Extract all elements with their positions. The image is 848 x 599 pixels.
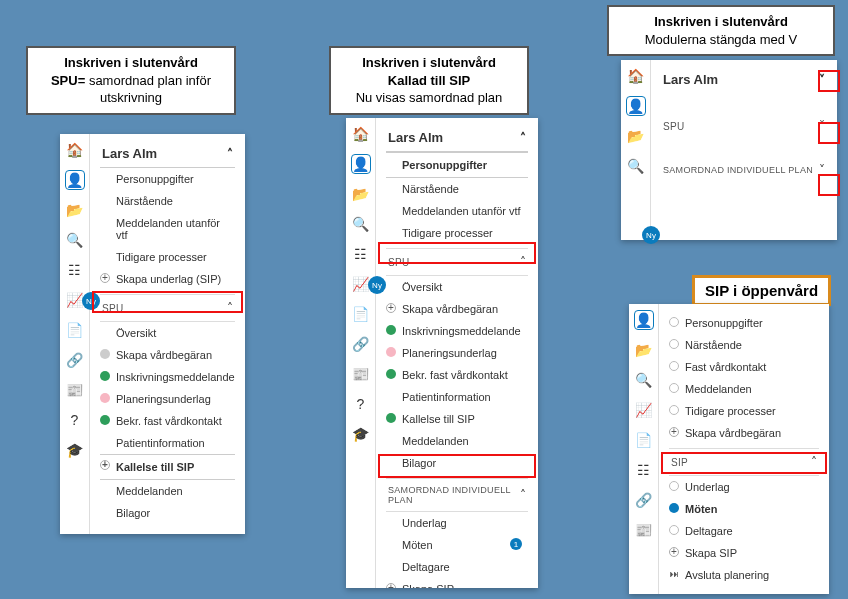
nav-meddelanden-vtf[interactable]: Meddelanden utanför vtf — [386, 200, 528, 222]
spu-inskrivning[interactable]: Inskrivningsmeddelande — [100, 366, 235, 388]
doc-icon[interactable]: 📄 — [65, 320, 85, 340]
iconbar-3: 🏠 👤 📂 🔍 — [621, 60, 651, 240]
patient-title[interactable]: Lars Alm˄ — [386, 126, 528, 152]
sip-moten[interactable]: Möten — [669, 498, 819, 520]
link-icon[interactable]: 🔗 — [65, 350, 85, 370]
spu-kallelse[interactable]: Kallelse till SIP — [386, 408, 528, 430]
nav-personuppgifter[interactable]: Personuppgifter — [669, 312, 819, 334]
plus-icon — [386, 583, 396, 588]
news-icon[interactable]: 📰 — [351, 364, 371, 384]
skip-icon — [669, 569, 679, 579]
sip-header[interactable]: SIP˄ — [669, 448, 819, 476]
grad-icon[interactable]: 🎓 — [351, 424, 371, 444]
spu-patientinfo[interactable]: Patientinformation — [386, 386, 528, 408]
nav-narstaende[interactable]: Närstående — [386, 178, 528, 200]
spu-header[interactable]: SPU˄ — [100, 294, 235, 322]
search-icon[interactable]: 🔍 — [626, 156, 646, 176]
search-icon[interactable]: 🔍 — [65, 230, 85, 250]
sip-deltagare[interactable]: Deltagare — [669, 520, 819, 542]
nav-narstaende[interactable]: Närstående — [100, 190, 235, 212]
spu-planeringsunderlag[interactable]: Planeringsunderlag — [386, 342, 528, 364]
person-icon[interactable]: 👤 — [634, 310, 654, 330]
spu-bekr[interactable]: Bekr. fast vårdkontakt — [100, 410, 235, 432]
grad-icon[interactable]: 🎓 — [65, 440, 85, 460]
iconbar-4: 👤 📂 🔍 📈 📄 ☷ 🔗 📰 — [629, 304, 659, 594]
doc-icon[interactable]: 📄 — [351, 304, 371, 324]
spu-bilagor[interactable]: Bilagor — [100, 502, 235, 524]
spu-patientinfo[interactable]: Patientinformation — [100, 432, 235, 454]
chevron-down-icon: ˅ — [819, 163, 825, 177]
sip-skapa[interactable]: Skapa SIP — [669, 542, 819, 564]
label1-line1: Inskriven i slutenvård — [64, 55, 198, 70]
spu-vardbegaran[interactable]: Skapa vårdbegäran — [386, 298, 528, 320]
status-icon — [669, 361, 679, 371]
chart-icon[interactable]: 📈 — [634, 400, 654, 420]
status-icon — [669, 339, 679, 349]
nav-skapa-vardbegaran[interactable]: Skapa vårdbegäran — [669, 422, 819, 444]
sip-header[interactable]: SAMORDNAD INDIVIDUELL PLAN˄ — [386, 478, 528, 512]
spu-bilagor[interactable]: Bilagor — [386, 452, 528, 474]
home-icon[interactable]: 🏠 — [65, 140, 85, 160]
inbox-icon[interactable]: 📂 — [351, 184, 371, 204]
table-icon[interactable]: ☷ — [634, 460, 654, 480]
search-icon[interactable]: 🔍 — [634, 370, 654, 390]
sip-moten[interactable]: Möten1 — [386, 534, 528, 556]
spu-planeringsunderlag[interactable]: Planeringsunderlag — [100, 388, 235, 410]
spu-header[interactable]: SPU˅ — [661, 113, 827, 139]
person-icon[interactable]: 👤 — [626, 96, 646, 116]
inbox-icon[interactable]: 📂 — [65, 200, 85, 220]
home-icon[interactable]: 🏠 — [351, 124, 371, 144]
patient-title[interactable]: Lars Alm˅ — [661, 68, 827, 101]
sip-underlag[interactable]: Underlag — [386, 512, 528, 534]
table-icon[interactable]: ☷ — [351, 244, 371, 264]
label1-line2: SPU= samordnad plan inför utskrivning — [51, 73, 211, 106]
spu-oversikt[interactable]: Översikt — [100, 322, 235, 344]
sip-underlag[interactable]: Underlag — [669, 476, 819, 498]
person-icon[interactable]: 👤 — [65, 170, 85, 190]
spu-bekr[interactable]: Bekr. fast vårdkontakt — [386, 364, 528, 386]
inbox-icon[interactable]: 📂 — [634, 340, 654, 360]
label2-line3: Nu visas samordnad plan — [356, 90, 503, 105]
table-icon[interactable]: ☷ — [65, 260, 85, 280]
doc-icon[interactable]: 📄 — [634, 430, 654, 450]
spu-kallelse[interactable]: Kallelse till SIP — [100, 454, 235, 480]
chevron-up-icon: ˄ — [520, 255, 526, 269]
status-icon — [669, 405, 679, 415]
label-sip-oppenvard: SIP i öppenvård — [692, 275, 831, 306]
spu-inskrivning[interactable]: Inskrivningsmeddelande — [386, 320, 528, 342]
inbox-icon[interactable]: 📂 — [626, 126, 646, 146]
sip-avsluta[interactable]: Avsluta planering — [669, 564, 819, 586]
nav-tidigare[interactable]: Tidigare processer — [386, 222, 528, 244]
link-icon[interactable]: 🔗 — [351, 334, 371, 354]
help-icon[interactable]: ? — [65, 410, 85, 430]
home-icon[interactable]: 🏠 — [626, 66, 646, 86]
sip-skapa[interactable]: Skapa SIP — [386, 578, 528, 588]
status-icon — [386, 413, 396, 423]
spu-vardbegaran[interactable]: Skapa vårdbegäran — [100, 344, 235, 366]
patient-title[interactable]: Lars Alm˄ — [100, 142, 235, 168]
person-icon[interactable]: 👤 — [351, 154, 371, 174]
spu-header[interactable]: SPU˄ — [386, 248, 528, 276]
nav-skapa-underlag[interactable]: Skapa underlag (SIP) — [100, 268, 235, 290]
nav-personuppgifter[interactable]: Personuppgifter — [100, 168, 235, 190]
spu-meddelanden[interactable]: Meddelanden — [100, 480, 235, 502]
help-icon[interactable]: ? — [351, 394, 371, 414]
sip-deltagare[interactable]: Deltagare — [386, 556, 528, 578]
news-icon[interactable]: 📰 — [634, 520, 654, 540]
nav-tidigare[interactable]: Tidigare processer — [100, 246, 235, 268]
nav-personuppgifter[interactable]: Personuppgifter — [386, 152, 528, 178]
chevron-down-icon: ˅ — [819, 73, 825, 87]
nav-tidigare[interactable]: Tidigare processer — [669, 400, 819, 422]
nav-meddelanden-vtf[interactable]: Meddelanden utanför vtf — [100, 212, 235, 246]
chevron-up-icon: ˄ — [227, 147, 233, 161]
sip-header[interactable]: SAMORDNAD INDIVIDUELL PLAN˅ — [661, 157, 827, 183]
search-icon[interactable]: 🔍 — [351, 214, 371, 234]
nav-meddelanden[interactable]: Meddelanden — [669, 378, 819, 400]
spu-oversikt[interactable]: Översikt — [386, 276, 528, 298]
plus-icon — [669, 427, 679, 437]
link-icon[interactable]: 🔗 — [634, 490, 654, 510]
nav-narstaende[interactable]: Närstående — [669, 334, 819, 356]
spu-meddelanden[interactable]: Meddelanden — [386, 430, 528, 452]
nav-fast-vardkontakt[interactable]: Fast vårdkontakt — [669, 356, 819, 378]
news-icon[interactable]: 📰 — [65, 380, 85, 400]
